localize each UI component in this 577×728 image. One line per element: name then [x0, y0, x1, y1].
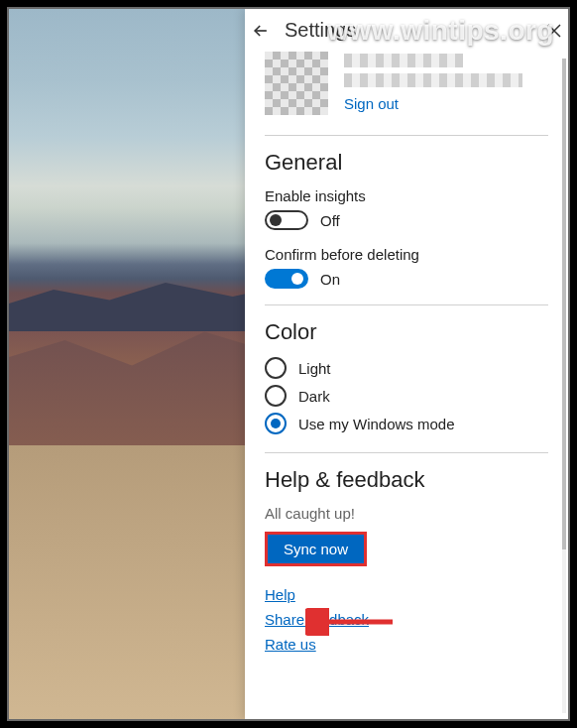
confirm-delete-toggle[interactable]: [265, 269, 308, 289]
settings-panel: Settings Sign out General Enable insight…: [245, 9, 568, 719]
avatar: [265, 52, 328, 115]
share-feedback-link[interactable]: Share feedback: [265, 611, 369, 628]
section-title-help: Help & feedback: [265, 467, 548, 493]
radio-icon: [265, 385, 287, 407]
section-title-general: General: [265, 150, 548, 176]
color-option-label: Light: [298, 360, 331, 377]
divider: [265, 135, 548, 136]
sync-status-text: All caught up!: [265, 505, 548, 522]
color-option-label: Use my Windows mode: [298, 416, 455, 432]
rate-us-link[interactable]: Rate us: [265, 636, 316, 653]
color-option-windows[interactable]: Use my Windows mode: [265, 413, 548, 434]
scrollbar[interactable]: [562, 59, 566, 713]
radio-icon: [265, 357, 287, 379]
scrollbar-thumb[interactable]: [562, 59, 566, 549]
account-section: Sign out: [265, 48, 548, 129]
color-option-dark[interactable]: Dark: [265, 385, 548, 407]
help-link[interactable]: Help: [265, 586, 295, 603]
divider: [265, 452, 548, 453]
enable-insights-label: Enable insights: [265, 187, 548, 204]
close-icon[interactable]: [546, 23, 562, 39]
color-option-light[interactable]: Light: [265, 357, 548, 379]
account-email-redacted: [344, 73, 522, 87]
back-icon[interactable]: [251, 21, 271, 41]
sync-now-button[interactable]: Sync now: [265, 532, 367, 566]
confirm-delete-label: Confirm before deleting: [265, 246, 548, 263]
radio-icon: [265, 413, 287, 434]
confirm-delete-state: On: [320, 271, 340, 288]
sign-out-link[interactable]: Sign out: [344, 95, 399, 112]
color-option-label: Dark: [298, 388, 330, 405]
section-title-color: Color: [265, 319, 548, 345]
account-name-redacted: [344, 54, 463, 67]
panel-header: Settings: [245, 9, 568, 48]
page-title: Settings: [285, 19, 532, 42]
enable-insights-toggle[interactable]: [265, 210, 308, 230]
enable-insights-state: Off: [320, 212, 340, 229]
divider: [265, 304, 548, 305]
